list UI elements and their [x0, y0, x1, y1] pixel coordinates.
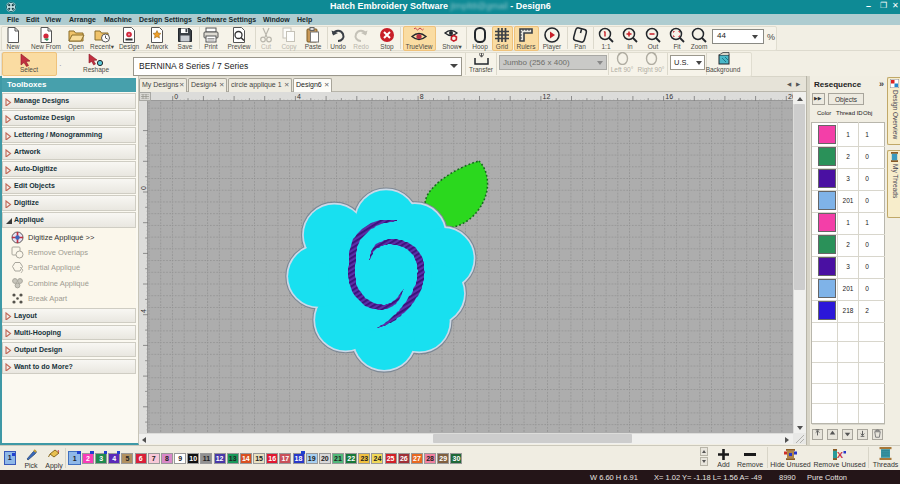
svg-text:16: 16	[665, 93, 673, 100]
svg-text:4: 4	[297, 93, 301, 100]
svg-text:0: 0	[174, 93, 178, 100]
svg-text:12: 12	[543, 93, 551, 100]
svg-text:X: X	[837, 450, 843, 460]
svg-text:4: 4	[140, 309, 147, 313]
svg-text:8: 8	[420, 93, 424, 100]
svg-text:0: 0	[140, 186, 147, 190]
